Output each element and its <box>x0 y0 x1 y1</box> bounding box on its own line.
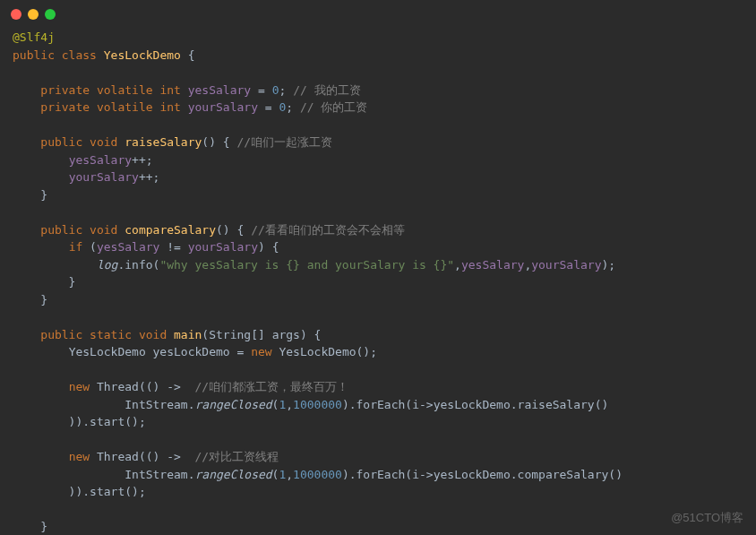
watermark: @51CTO博客 <box>671 509 743 527</box>
comment: // 你的工资 <box>300 100 367 114</box>
close-button[interactable] <box>11 9 21 20</box>
method-main: main <box>174 328 202 341</box>
field-yes-salary: yesSalary <box>188 83 251 97</box>
maximize-button[interactable] <box>45 9 56 20</box>
field-your-salary: yourSalary <box>188 100 258 114</box>
comment: //对比工资线程 <box>195 450 279 463</box>
method-raise-salary: raiseSalary <box>125 135 202 149</box>
comment: //咱们一起涨工资 <box>236 135 332 149</box>
keyword-class: class <box>62 48 97 62</box>
log-call: log <box>97 258 117 272</box>
comment: //看看咱们的工资会不会相等 <box>251 223 405 237</box>
comment: //咱们都涨工资，最终百万！ <box>195 380 349 393</box>
window-titlebar <box>0 0 756 25</box>
class-name: YesLockDemo <box>104 48 181 62</box>
annotation: @Slf4j <box>13 30 55 44</box>
log-string: "why yesSalary is {} and yourSalary is {… <box>159 258 454 272</box>
code-editor: @Slf4j public class YesLockDemo { privat… <box>0 25 756 535</box>
comment: // 我的工资 <box>293 83 360 97</box>
minimize-button[interactable] <box>28 9 39 20</box>
method-compare-salary: compareSalary <box>125 223 216 237</box>
keyword-public: public <box>13 48 55 62</box>
